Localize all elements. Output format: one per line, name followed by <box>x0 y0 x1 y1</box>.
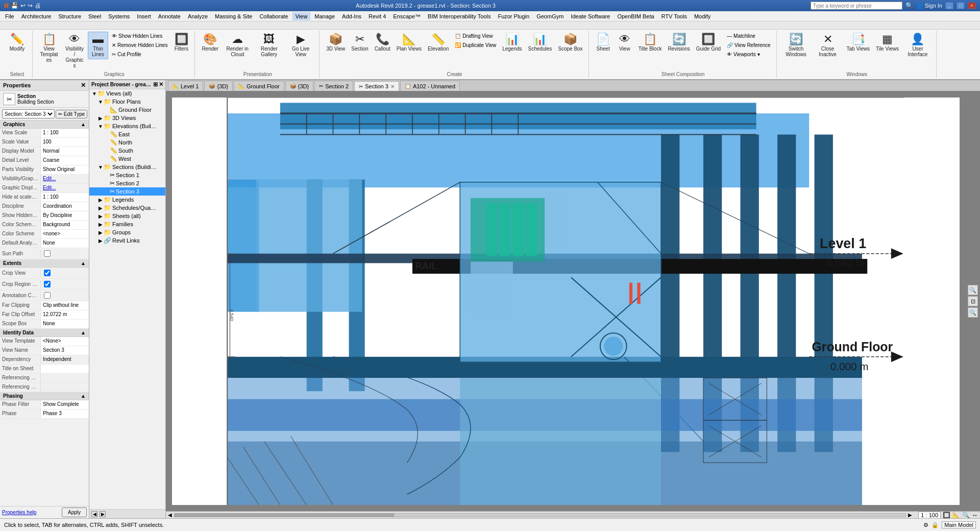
quick-access-redo[interactable]: ↪ <box>28 2 33 9</box>
menu-fuzor[interactable]: Fuzor Plugin <box>495 12 532 20</box>
tree-3d-views[interactable]: ▶ 📁 3D Views <box>89 114 165 122</box>
menu-structure[interactable]: Structure <box>55 12 84 20</box>
close-button[interactable]: × <box>968 2 976 9</box>
menu-analyze[interactable]: Analyze <box>185 12 211 20</box>
menu-annotate[interactable]: Annotate <box>155 12 184 20</box>
menu-openbim[interactable]: OpenBIM Beta <box>614 12 657 20</box>
menu-systems[interactable]: Systems <box>105 12 133 20</box>
visibility-graphics-button[interactable]: 👁 Visibility/ Graphics <box>62 32 87 70</box>
tree-toggle-sheets[interactable]: ▶ <box>97 213 104 219</box>
view-template-value[interactable]: <None> <box>41 337 89 346</box>
tab-views-button[interactable]: 📑 Tab Views <box>844 32 872 54</box>
tree-ground-floor[interactable]: 📐 Ground Floor <box>89 106 165 114</box>
sign-in-button[interactable]: 👤 Sign In <box>916 3 942 9</box>
menu-massing[interactable]: Massing & Site <box>212 12 255 20</box>
identity-section-header[interactable]: Identity Data ▲ <box>0 329 89 337</box>
default-analysis-value[interactable]: None <box>41 239 89 248</box>
filters-button[interactable]: 🔲 Filters <box>171 32 191 54</box>
viewport-scroll-bar[interactable]: ◀ ▶ 1 : 100 🔲 📐 🔍 ↔ <box>166 511 980 518</box>
tree-legends[interactable]: ▶ 📁 Legends <box>89 196 165 204</box>
zoom-out-button[interactable]: 🔍 <box>968 307 978 318</box>
tree-elevations[interactable]: ▼ 📁 Elevations (Building Eleva... <box>89 122 165 130</box>
thin-lines-button[interactable]: ▬ Thin Lines <box>88 32 108 59</box>
menu-collaborate[interactable]: Collaborate <box>256 12 291 20</box>
view-name-value[interactable]: Section 3 <box>41 346 89 355</box>
detail-level-value[interactable]: Coarse <box>41 156 89 165</box>
menu-manage[interactable]: Manage <box>311 12 338 20</box>
scope-box-button[interactable]: 📦 Scope Box <box>555 32 585 54</box>
title-on-sheet-value[interactable] <box>41 365 89 373</box>
cut-profile-button[interactable]: ✂ Cut Profile <box>109 50 170 59</box>
show-hidden-lines-button[interactable]: 👁 Show Hidden Lines <box>109 32 170 40</box>
menu-bim[interactable]: BIM Interoperability Tools <box>425 12 494 20</box>
properties-help-link[interactable]: Properties help <box>2 510 36 515</box>
phasing-section-toggle[interactable]: ▲ <box>81 393 86 399</box>
drafting-view-button[interactable]: 📋 Drafting View <box>452 32 499 40</box>
tab-3d1[interactable]: 📦 {3D} <box>204 81 232 91</box>
tree-sections[interactable]: ▼ 📁 Sections (Building Sectio... <box>89 163 165 171</box>
view-button[interactable]: 👁 View <box>615 32 635 54</box>
sheet-button[interactable]: 📄 Sheet <box>593 32 614 54</box>
phase-value[interactable]: Phase 3 <box>41 409 89 418</box>
browser-nav-right[interactable]: ▶ <box>100 511 106 517</box>
3d-view-button[interactable]: 📦 3D View <box>324 32 348 54</box>
tree-toggle-floor-plans[interactable]: ▼ <box>97 99 104 105</box>
render-button[interactable]: 🎨 Render <box>199 32 221 54</box>
annotation-crop-checkbox[interactable] <box>44 292 51 299</box>
tree-toggle-elevations[interactable]: ▼ <box>97 124 104 129</box>
legends-button[interactable]: 📊 Legends <box>500 32 524 54</box>
menu-architecture[interactable]: Architecture <box>18 12 55 20</box>
instance-selector[interactable]: Section: Section 3 <box>2 109 55 118</box>
menu-revit4[interactable]: Revit 4 <box>365 12 389 20</box>
viewport[interactable]: RAIL <box>166 91 980 511</box>
extents-section-toggle[interactable]: ▲ <box>81 260 86 266</box>
menu-insert[interactable]: Insert <box>134 12 154 20</box>
tile-views-button[interactable]: ▦ Tile Views <box>873 32 901 54</box>
browser-nav-left[interactable]: ◀ <box>91 511 97 517</box>
hide-at-scales-value[interactable]: 1 : 100 <box>41 193 89 202</box>
toolbar-icon-2[interactable]: 📐 <box>952 512 960 519</box>
switch-windows-button[interactable]: 🔄 Switch Windows <box>781 32 812 59</box>
tab-level1[interactable]: 📐 Level 1 <box>168 81 203 91</box>
revisions-button[interactable]: 🔄 Revisions <box>665 32 692 54</box>
tab-a102[interactable]: 📋 A102 - Unnamed <box>400 81 460 91</box>
close-inactive-button[interactable]: ✕ Close Inactive <box>813 32 843 59</box>
zoom-in-button[interactable]: 🔍 <box>968 285 978 295</box>
tree-toggle-3d[interactable]: ▶ <box>97 115 104 121</box>
menu-steel[interactable]: Steel <box>85 12 104 20</box>
minimize-button[interactable]: _ <box>945 2 953 9</box>
tree-toggle-schedules[interactable]: ▶ <box>97 205 104 211</box>
menu-enscape[interactable]: Enscape™ <box>390 12 424 20</box>
crop-region-vis-checkbox[interactable] <box>44 281 51 287</box>
menu-ideate[interactable]: Ideate Software <box>568 12 613 20</box>
viewports-button[interactable]: 👁 Viewports ▾ <box>724 50 773 59</box>
tree-toggle-views[interactable]: ▼ <box>91 91 97 96</box>
crop-view-checkbox[interactable] <box>44 270 51 276</box>
toolbar-icon-3[interactable]: 🔍 <box>962 512 970 519</box>
tree-sheets[interactable]: ▶ 📁 Sheets (all) <box>89 212 165 220</box>
duplicate-view-button[interactable]: 🔁 Duplicate View <box>452 41 499 50</box>
tab-close-section3[interactable]: ✕ <box>390 84 395 89</box>
zoom-fit-button[interactable]: ⊡ <box>968 296 978 306</box>
view-scale-value[interactable]: 1 : 100 <box>41 129 89 137</box>
plan-views-button[interactable]: 📐 Plan Views <box>394 32 424 54</box>
menu-view[interactable]: View <box>292 12 311 20</box>
callout-button[interactable]: 📞 Callout <box>372 32 393 54</box>
schedules-button[interactable]: 📊 Schedules <box>526 32 555 54</box>
menu-addins[interactable]: Add-Ins <box>339 12 364 20</box>
go-live-button[interactable]: ▶ Go Live View <box>285 32 316 59</box>
color-scheme-value[interactable]: <none> <box>41 230 89 238</box>
guide-grid-button[interactable]: 🔲 Guide Grid <box>694 32 723 54</box>
toolbar-icon-4[interactable]: ↔ <box>972 512 978 519</box>
apply-button[interactable]: Apply <box>62 508 87 517</box>
show-hidden-lines-value[interactable]: By Discipline <box>41 211 89 220</box>
title-block-button[interactable]: 📋 Title Block <box>636 32 665 54</box>
view-templates-button[interactable]: 📋 View Templates <box>37 32 61 65</box>
graphics-section-toggle[interactable]: ▲ <box>81 122 86 127</box>
graphics-section-header[interactable]: Graphics ▲ <box>0 120 89 129</box>
phase-filter-value[interactable]: Show Complete <box>41 400 89 409</box>
matchline-button[interactable]: — Matchline <box>724 32 773 40</box>
render-cloud-button[interactable]: ☁ Render in Cloud <box>222 32 253 59</box>
tree-views-all[interactable]: ▼ 📁 Views (all) <box>89 89 165 98</box>
menu-modify[interactable]: Modify <box>691 12 714 20</box>
